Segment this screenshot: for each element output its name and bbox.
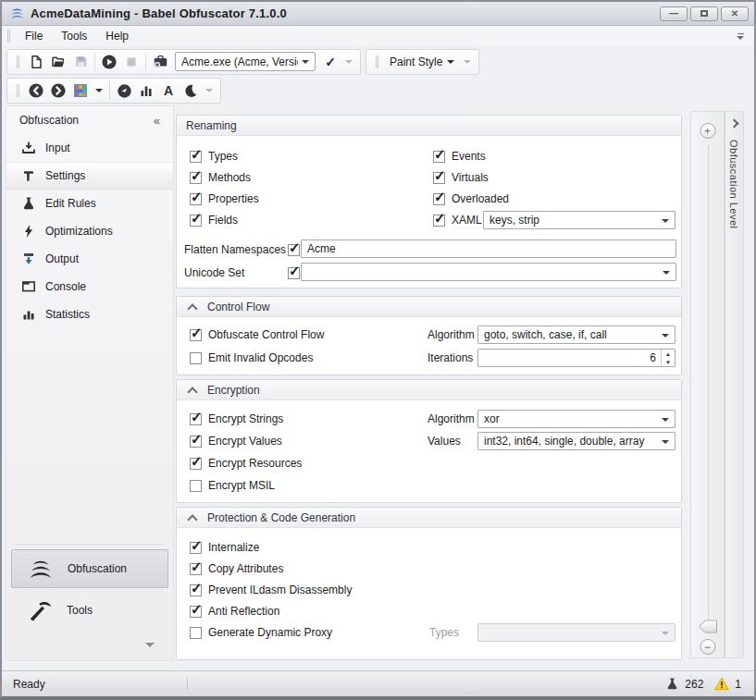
sidebar-item-console[interactable]: Console [6,273,173,301]
apply-check-button[interactable]: ✓ [319,51,341,73]
flatten-namespaces-input[interactable]: Acme [301,239,676,258]
checkbox-anti-reflection[interactable]: Anti Reflection [190,604,279,619]
checkbox-box [190,584,202,596]
maximize-button[interactable] [690,6,718,21]
iterations-spinner[interactable]: 6 ▲ ▼ [477,349,675,367]
toolbar-grip[interactable] [17,55,19,68]
assembly-combobox[interactable]: Acme.exe (Acme, Version... [175,52,316,71]
checkbox-events[interactable]: Events [433,149,486,164]
checkbox-copy-attributes[interactable]: Copy Attributes [190,561,283,576]
obfuscation-level-panel: + − [690,111,725,658]
collapse-icon[interactable] [188,513,196,522]
sidebar-item-statistics[interactable]: Statistics [6,301,173,328]
xaml-combobox[interactable]: keys, strip [483,211,675,229]
menu-help[interactable]: Help [96,27,138,45]
checkbox-generate-dynamic-proxy[interactable]: Generate Dynamic Proxy [190,625,332,640]
theme-button[interactable] [180,80,202,102]
checkbox-types[interactable]: Types [190,149,238,164]
encryption-values-combobox[interactable]: int32, int64, single, double, array [477,432,675,450]
checkbox-emit-invalid-opcodes[interactable]: Emit Invalid Opcodes [190,350,313,365]
group-renaming-header[interactable]: Renaming [177,116,681,136]
navigate-button[interactable] [113,80,135,102]
toolbar2-overflow-button[interactable] [202,80,217,102]
group-protection-header[interactable]: Protection & Code Generation [177,508,681,528]
warning-icon[interactable] [714,677,729,691]
sidebar-item-settings[interactable]: Settings [6,162,173,190]
back-button[interactable] [25,80,47,102]
sidebar-item-edit-rules[interactable]: Edit Rules [6,190,173,217]
control-flow-algorithm-combobox[interactable]: goto, switch, case, if, call [477,325,675,344]
group-protection: Protection & Code Generation Internalize… [176,507,682,660]
chevron-down-icon [663,271,670,275]
level-slider-track[interactable] [708,145,709,620]
collapse-sidebar-button[interactable]: « [154,114,160,128]
statistics-view-button[interactable] [135,80,157,102]
level-increase-button[interactable]: + [700,123,715,139]
checkbox-internalize[interactable]: Internalize [190,540,259,555]
sidebar-item-optimizations[interactable]: Optimizations [6,217,173,245]
level-slider-thumb[interactable] [698,619,718,638]
values-label: Values [428,435,461,448]
checkbox-flatten-namespaces[interactable] [288,242,300,257]
stop-button[interactable] [120,51,143,73]
back-arrow-icon [28,82,44,99]
font-view-button[interactable]: A [157,80,180,102]
new-project-button[interactable] [25,51,47,73]
save-button[interactable] [69,51,92,73]
sidebar-overflow-button[interactable] [145,643,155,647]
menubar-grip[interactable] [7,30,10,43]
title-bar[interactable]: AcmeDataMining - Babel Obfuscator 7.1.0.… [2,2,754,26]
checkbox-encrypt-strings[interactable]: Encrypt Strings [190,411,283,426]
collapse-icon[interactable] [188,302,196,311]
sidebar-item-output[interactable]: Output [6,245,173,273]
checkbox-unicode-set[interactable] [288,265,300,280]
checkbox-methods[interactable]: Methods [190,170,251,185]
flatten-namespaces-label: Flatten Namespaces [184,243,286,256]
toolbar-grip[interactable] [376,55,378,68]
spinner-up-icon[interactable]: ▲ [662,350,675,358]
checkbox-box [190,193,202,205]
checkbox-properties[interactable]: Properties [190,191,259,206]
menu-file[interactable]: File [16,27,52,45]
run-obfuscation-button[interactable] [98,51,120,73]
assembly-browse-button[interactable] [149,51,171,73]
checkbox-encrypt-resources[interactable]: Encrypt Resources [190,456,302,471]
app-window: AcmeDataMining - Babel Obfuscator 7.1.0.… [0,0,756,700]
group-control-flow-header[interactable]: Control Flow [177,297,681,317]
status-text: Ready [2,678,45,691]
menu-tools[interactable]: Tools [52,27,96,45]
level-decrease-button[interactable]: − [700,639,715,655]
checkbox-virtuals[interactable]: Virtuals [433,170,489,185]
unicode-set-combobox[interactable] [301,263,676,281]
checkbox-prevent-ildasm[interactable]: Prevent ILdasm Disassembly [190,583,352,597]
open-project-button[interactable] [47,51,69,73]
sidebar-section-obfuscation[interactable]: Obfuscation [11,549,168,588]
moon-icon [183,83,198,98]
spinner-down-icon[interactable]: ▼ [662,358,675,366]
stop-icon [126,56,137,68]
minimize-button[interactable]: — [660,6,688,21]
group-encryption-header[interactable]: Encryption [177,380,681,400]
checkbox-encrypt-msil[interactable]: Encrypt MSIL [190,478,275,493]
paint-style-dropdown[interactable]: Paint Style [384,55,460,68]
checkbox-box [190,458,202,470]
collapse-icon[interactable] [188,386,196,394]
toolbar-grip[interactable] [17,84,19,97]
warnings-count: 1 [735,678,741,691]
sidebar-section-tools[interactable]: Tools [11,591,168,630]
sidebar-item-input[interactable]: Input [6,134,173,162]
encryption-algorithm-combobox[interactable]: xor [477,410,675,428]
checkbox-obfuscate-control-flow[interactable]: Obfuscate Control Flow [190,327,324,342]
forward-button[interactable] [47,80,69,102]
checkbox-encrypt-values[interactable]: Encrypt Values [190,434,282,448]
checkbox-fields[interactable]: Fields [190,213,238,227]
checkbox-overloaded[interactable]: Overloaded [433,191,509,206]
checkbox-xaml[interactable]: XAML [433,213,482,227]
view-grid-dropdown-button[interactable] [92,80,106,102]
menubar-overflow-button[interactable] [736,33,745,40]
view-grid-button[interactable] [69,80,92,102]
paint-style-overflow-button[interactable] [460,51,475,73]
obfuscation-level-tab[interactable]: Obfuscation Level [725,111,744,658]
apply-dropdown-button[interactable] [341,51,356,73]
close-button[interactable]: ✕ [721,6,749,21]
